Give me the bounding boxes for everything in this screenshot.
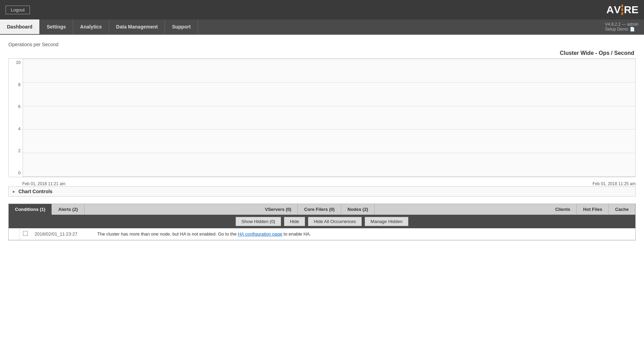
logo-letter-r: R xyxy=(624,4,631,16)
logo-letter-e: E xyxy=(631,4,638,16)
tab-hot-files[interactable]: Hot Files xyxy=(577,204,609,215)
table-row: 2018/02/01_11:23:27 The cluster has more… xyxy=(9,228,635,240)
tab-clients[interactable]: Clients xyxy=(549,204,577,215)
chart-title-left: Operations per Second xyxy=(8,42,636,47)
setup-demo[interactable]: Setup Demo 📄 xyxy=(605,27,638,32)
logout-button[interactable]: Logout xyxy=(6,6,30,14)
chart-section: Operations per Second Cluster Wide - Ops… xyxy=(8,42,636,197)
tab-core-filers[interactable]: Core Filers (0) xyxy=(298,204,341,215)
row-checkbox-cell xyxy=(19,228,31,240)
row-indicator xyxy=(9,228,19,240)
navbar: Dashboard Settings Analytics Data Manage… xyxy=(0,19,644,35)
chart-controls-arrow: ► xyxy=(12,190,16,194)
chart-plot-area xyxy=(23,59,635,177)
hide-button[interactable]: Hide xyxy=(284,217,305,226)
nav-tab-dashboard[interactable]: Dashboard xyxy=(0,19,40,34)
logo-letter-a: A xyxy=(606,4,614,16)
y-label-4: 4 xyxy=(18,126,21,131)
chart-controls-bar[interactable]: ► Chart Controls xyxy=(8,186,636,197)
setup-demo-icon: 📄 xyxy=(630,27,635,32)
y-label-0: 0 xyxy=(18,171,21,175)
message-suffix: to enable HA. xyxy=(282,231,311,237)
tabs-row: Conditions (1) Alerts (2) VServers (0) C… xyxy=(9,204,635,215)
tab-alerts[interactable]: Alerts (2) xyxy=(52,204,84,215)
chart-y-axis: 10 8 6 4 2 0 xyxy=(9,59,23,177)
row-checkbox[interactable] xyxy=(23,231,28,236)
chart-controls-label: Chart Controls xyxy=(18,189,53,194)
nav-tab-data-management[interactable]: Data Management xyxy=(109,19,165,34)
tab-spacer-2 xyxy=(375,204,549,215)
x-label-left: Feb 01, 2018 11:21 am xyxy=(22,181,65,186)
x-label-right: Feb 01, 2018 11:25 am xyxy=(593,181,636,186)
y-label-10: 10 xyxy=(16,60,21,65)
nav-tab-support[interactable]: Support xyxy=(165,19,198,34)
conditions-table: 2018/02/01_11:23:27 The cluster has more… xyxy=(9,228,635,240)
tab-conditions[interactable]: Conditions (1) xyxy=(9,204,52,215)
row-timestamp: 2018/02/01_11:23:27 xyxy=(31,228,94,240)
chart-container: 10 8 6 4 2 0 xyxy=(8,58,636,177)
actions-row: Show Hidden (0) Hide Hide All Occurrence… xyxy=(9,215,635,228)
nav-tab-analytics[interactable]: Analytics xyxy=(73,19,109,34)
nav-meta: V4.8.2.2 --- admin Setup Demo 📄 xyxy=(599,19,644,34)
nav-tab-settings[interactable]: Settings xyxy=(40,19,73,34)
manage-hidden-button[interactable]: Manage Hidden xyxy=(365,217,408,226)
tab-vservers[interactable]: VServers (0) xyxy=(259,204,298,215)
y-label-2: 2 xyxy=(18,148,21,153)
tab-spacer-1 xyxy=(85,204,259,215)
row-message: The cluster has more than one node, but … xyxy=(94,228,636,240)
tab-cache[interactable]: Cache xyxy=(609,204,635,215)
message-prefix: The cluster has more than one node, but … xyxy=(97,231,238,237)
version-info: V4.8.2.2 --- admin xyxy=(605,22,638,27)
main-content: Operations per Second Cluster Wide - Ops… xyxy=(0,35,644,337)
chart-x-labels: Feb 01, 2018 11:21 am Feb 01, 2018 11:25… xyxy=(8,180,636,186)
hide-all-occurrences-button[interactable]: Hide All Occurrences xyxy=(308,217,362,226)
tab-nodes[interactable]: Nodes (2) xyxy=(341,204,375,215)
logo-letter-v: V xyxy=(614,4,621,16)
header: Logout A V R E xyxy=(0,0,644,19)
show-hidden-button[interactable]: Show Hidden (0) xyxy=(236,217,281,226)
ha-config-link[interactable]: HA configuration page xyxy=(238,231,282,237)
conditions-area: Conditions (1) Alerts (2) VServers (0) C… xyxy=(8,204,636,240)
avere-logo: A V R E xyxy=(606,4,638,16)
y-label-8: 8 xyxy=(18,82,21,87)
chart-title-right: Cluster Wide - Ops / Second xyxy=(8,50,636,56)
logo-separator xyxy=(621,5,623,15)
y-label-6: 6 xyxy=(18,104,21,109)
